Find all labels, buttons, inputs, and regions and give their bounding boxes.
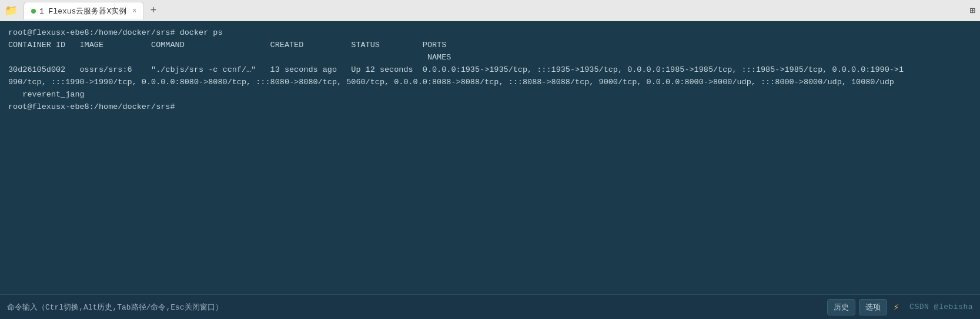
watermark-text: CSDN @lebisha — [909, 303, 973, 311]
tab-label: 1 Flexus云服务器X实例 — [39, 6, 126, 16]
active-tab[interactable]: 1 Flexus云服务器X实例 × — [24, 2, 144, 19]
options-button[interactable]: 选项 — [859, 299, 887, 315]
command-input-hint: 命令输入（Ctrl切换,Alt历史,Tab路径/命令,Esc关闭窗口） — [7, 302, 827, 313]
lightning-icon: ⚡ — [893, 301, 899, 313]
folder-icon[interactable]: 📁 — [5, 4, 18, 17]
terminal-output: root@flexusx-ebe8:/home/docker/srs# dock… — [8, 27, 972, 113]
bottom-buttons: 历史 选项 ⚡ CSDN @lebisha — [827, 299, 973, 315]
tab-bar: 📁 1 Flexus云服务器X实例 × + ⊞ — [0, 0, 980, 21]
tab-close-button[interactable]: × — [132, 7, 136, 15]
grid-icon[interactable]: ⊞ — [969, 5, 975, 16]
bottom-bar: 命令输入（Ctrl切换,Alt历史,Tab路径/命令,Esc关闭窗口） 历史 选… — [0, 294, 980, 319]
new-tab-button[interactable]: + — [146, 5, 160, 16]
tab-status-dot — [31, 9, 36, 14]
history-button[interactable]: 历史 — [827, 299, 855, 315]
terminal-area[interactable]: root@flexusx-ebe8:/home/docker/srs# dock… — [0, 21, 980, 294]
